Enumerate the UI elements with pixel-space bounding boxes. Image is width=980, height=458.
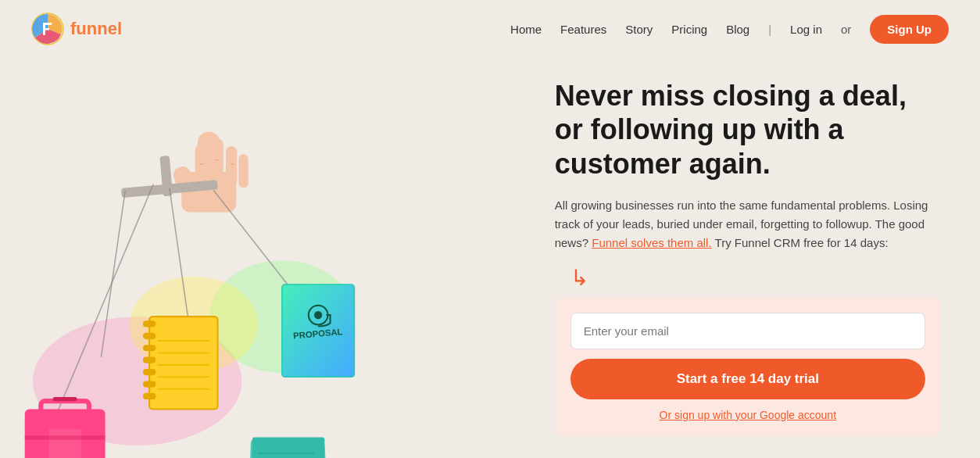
right-content: Never miss closing a deal, or following … bbox=[539, 58, 980, 458]
logo-text: funnel bbox=[70, 19, 122, 39]
hero-illustration: PROPOSAL bbox=[0, 58, 539, 458]
svg-rect-28 bbox=[53, 397, 77, 401]
nav-pricing[interactable]: Pricing bbox=[671, 23, 707, 36]
illustration-area: PROPOSAL bbox=[0, 58, 539, 458]
svg-rect-26 bbox=[49, 429, 81, 458]
svg-rect-4 bbox=[43, 28, 49, 30]
funnel-logo-icon bbox=[31, 13, 64, 45]
svg-rect-37 bbox=[143, 393, 156, 399]
svg-rect-32 bbox=[143, 333, 156, 339]
arrow-indicator: ↳ bbox=[570, 265, 941, 291]
funnel-link[interactable]: Funnel solves them all. bbox=[592, 236, 711, 249]
svg-rect-35 bbox=[143, 369, 156, 375]
logo-area[interactable]: funnel bbox=[31, 13, 122, 45]
description-text-2: Try Funnel CRM free for 14 days: bbox=[715, 236, 889, 249]
email-input[interactable] bbox=[570, 313, 925, 349]
nav-story[interactable]: Story bbox=[625, 23, 653, 36]
hero-headline: Never miss closing a deal, or following … bbox=[555, 79, 941, 181]
svg-rect-34 bbox=[143, 357, 156, 363]
nav-links: Home Features Story Pricing Blog | Log i… bbox=[510, 15, 949, 44]
svg-rect-29 bbox=[149, 317, 217, 409]
nav-or: or bbox=[841, 23, 851, 36]
navbar: funnel Home Features Story Pricing Blog … bbox=[0, 0, 980, 58]
nav-home[interactable]: Home bbox=[510, 23, 542, 36]
svg-rect-31 bbox=[143, 320, 156, 327]
svg-rect-33 bbox=[143, 345, 156, 351]
svg-rect-36 bbox=[143, 381, 156, 387]
signup-button[interactable]: Sign Up bbox=[870, 15, 949, 44]
hero-description: All growing businesses run into the same… bbox=[555, 196, 941, 252]
svg-rect-13 bbox=[238, 154, 248, 188]
nav-features[interactable]: Features bbox=[560, 23, 606, 36]
login-link[interactable]: Log in bbox=[790, 23, 822, 36]
trial-button[interactable]: Start a free 14 day trial bbox=[570, 359, 925, 399]
svg-rect-12 bbox=[226, 146, 237, 186]
nav-divider: | bbox=[768, 23, 771, 36]
svg-point-47 bbox=[314, 311, 322, 319]
svg-rect-27 bbox=[25, 435, 106, 439]
nav-blog[interactable]: Blog bbox=[726, 23, 749, 36]
cta-box: Start a free 14 day trial Or sign up wit… bbox=[555, 297, 941, 437]
svg-rect-50 bbox=[252, 437, 325, 458]
main-content: PROPOSAL Never miss closing a deal, or f… bbox=[0, 58, 980, 458]
svg-rect-3 bbox=[43, 23, 52, 25]
google-signup-link[interactable]: Or sign up with your Google account bbox=[570, 409, 925, 421]
